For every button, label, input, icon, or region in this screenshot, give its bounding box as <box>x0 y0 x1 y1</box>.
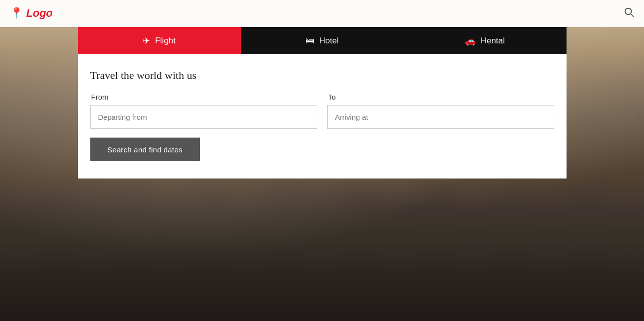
search-card: ✈ Flight 🛏 Hotel 🚗 Hental Travel the wor… <box>78 27 567 178</box>
navbar: 📍 Logo <box>0 0 644 27</box>
tab-hotel[interactable]: 🛏 Hotel <box>241 27 404 54</box>
to-label: To <box>327 93 554 101</box>
rental-icon: 🚗 <box>465 36 476 46</box>
logo-area: 📍 Logo <box>10 7 53 20</box>
search-title: Travel the world with us <box>90 69 554 82</box>
svg-line-1 <box>631 14 633 16</box>
from-to-labels: From To <box>90 93 554 101</box>
inputs-row <box>90 105 554 129</box>
search-form: Travel the world with us From To Search … <box>78 54 567 178</box>
tab-flight-label: Flight <box>155 36 176 46</box>
logo-text: Logo <box>26 7 53 20</box>
search-nav-icon[interactable] <box>623 6 634 20</box>
main-content: ✈ Flight 🛏 Hotel 🚗 Hental Travel the wor… <box>0 27 644 321</box>
tab-rental-label: Hental <box>481 36 505 46</box>
tabs-container: ✈ Flight 🛏 Hotel 🚗 Hental <box>78 27 567 54</box>
hotel-icon: 🛏 <box>305 36 314 46</box>
tab-flight[interactable]: ✈ Flight <box>78 27 241 54</box>
tab-rental[interactable]: 🚗 Hental <box>404 27 567 54</box>
logo-pin-icon: 📍 <box>10 7 23 20</box>
arriving-input[interactable] <box>327 105 554 129</box>
search-button[interactable]: Search and find dates <box>90 138 200 161</box>
tab-hotel-label: Hotel <box>319 36 339 46</box>
flight-icon: ✈ <box>143 36 150 46</box>
departing-input[interactable] <box>90 105 317 129</box>
from-label: From <box>90 93 317 101</box>
